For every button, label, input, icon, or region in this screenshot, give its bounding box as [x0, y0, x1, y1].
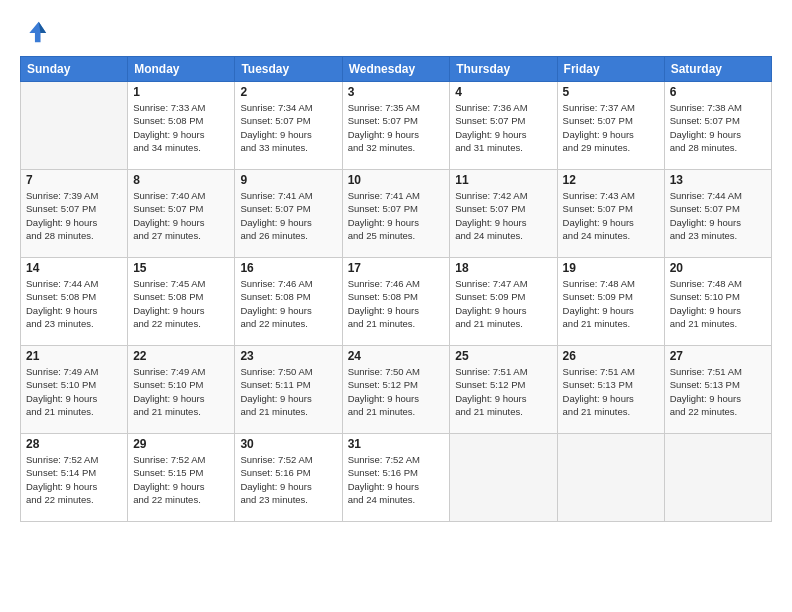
day-detail: Sunrise: 7:46 AM Sunset: 5:08 PM Dayligh… [240, 277, 336, 330]
calendar-cell: 27Sunrise: 7:51 AM Sunset: 5:13 PM Dayli… [664, 346, 771, 434]
col-header-tuesday: Tuesday [235, 57, 342, 82]
day-number: 25 [455, 349, 551, 363]
day-detail: Sunrise: 7:52 AM Sunset: 5:15 PM Dayligh… [133, 453, 229, 506]
day-number: 14 [26, 261, 122, 275]
day-detail: Sunrise: 7:52 AM Sunset: 5:14 PM Dayligh… [26, 453, 122, 506]
day-number: 17 [348, 261, 445, 275]
calendar-cell: 8Sunrise: 7:40 AM Sunset: 5:07 PM Daylig… [128, 170, 235, 258]
calendar-cell: 16Sunrise: 7:46 AM Sunset: 5:08 PM Dayli… [235, 258, 342, 346]
col-header-sunday: Sunday [21, 57, 128, 82]
day-number: 18 [455, 261, 551, 275]
day-detail: Sunrise: 7:39 AM Sunset: 5:07 PM Dayligh… [26, 189, 122, 242]
day-number: 23 [240, 349, 336, 363]
day-number: 27 [670, 349, 766, 363]
day-number: 11 [455, 173, 551, 187]
day-number: 20 [670, 261, 766, 275]
day-number: 29 [133, 437, 229, 451]
day-number: 15 [133, 261, 229, 275]
day-detail: Sunrise: 7:44 AM Sunset: 5:07 PM Dayligh… [670, 189, 766, 242]
week-row-2: 14Sunrise: 7:44 AM Sunset: 5:08 PM Dayli… [21, 258, 772, 346]
calendar-cell [557, 434, 664, 522]
day-number: 6 [670, 85, 766, 99]
day-detail: Sunrise: 7:45 AM Sunset: 5:08 PM Dayligh… [133, 277, 229, 330]
day-detail: Sunrise: 7:35 AM Sunset: 5:07 PM Dayligh… [348, 101, 445, 154]
calendar-cell: 23Sunrise: 7:50 AM Sunset: 5:11 PM Dayli… [235, 346, 342, 434]
day-detail: Sunrise: 7:37 AM Sunset: 5:07 PM Dayligh… [563, 101, 659, 154]
calendar-cell: 24Sunrise: 7:50 AM Sunset: 5:12 PM Dayli… [342, 346, 450, 434]
calendar-cell: 26Sunrise: 7:51 AM Sunset: 5:13 PM Dayli… [557, 346, 664, 434]
day-detail: Sunrise: 7:38 AM Sunset: 5:07 PM Dayligh… [670, 101, 766, 154]
day-detail: Sunrise: 7:34 AM Sunset: 5:07 PM Dayligh… [240, 101, 336, 154]
calendar-cell: 10Sunrise: 7:41 AM Sunset: 5:07 PM Dayli… [342, 170, 450, 258]
calendar-cell [664, 434, 771, 522]
calendar-cell: 18Sunrise: 7:47 AM Sunset: 5:09 PM Dayli… [450, 258, 557, 346]
day-number: 10 [348, 173, 445, 187]
day-detail: Sunrise: 7:52 AM Sunset: 5:16 PM Dayligh… [240, 453, 336, 506]
calendar-header-row: SundayMondayTuesdayWednesdayThursdayFrid… [21, 57, 772, 82]
day-number: 16 [240, 261, 336, 275]
day-number: 5 [563, 85, 659, 99]
calendar-cell: 31Sunrise: 7:52 AM Sunset: 5:16 PM Dayli… [342, 434, 450, 522]
day-number: 7 [26, 173, 122, 187]
calendar-cell: 11Sunrise: 7:42 AM Sunset: 5:07 PM Dayli… [450, 170, 557, 258]
day-detail: Sunrise: 7:47 AM Sunset: 5:09 PM Dayligh… [455, 277, 551, 330]
day-number: 28 [26, 437, 122, 451]
calendar-cell: 15Sunrise: 7:45 AM Sunset: 5:08 PM Dayli… [128, 258, 235, 346]
calendar-cell: 21Sunrise: 7:49 AM Sunset: 5:10 PM Dayli… [21, 346, 128, 434]
day-detail: Sunrise: 7:49 AM Sunset: 5:10 PM Dayligh… [133, 365, 229, 418]
col-header-thursday: Thursday [450, 57, 557, 82]
day-number: 19 [563, 261, 659, 275]
logo [20, 18, 52, 46]
day-detail: Sunrise: 7:42 AM Sunset: 5:07 PM Dayligh… [455, 189, 551, 242]
day-detail: Sunrise: 7:51 AM Sunset: 5:13 PM Dayligh… [670, 365, 766, 418]
day-number: 12 [563, 173, 659, 187]
header [20, 18, 772, 46]
col-header-wednesday: Wednesday [342, 57, 450, 82]
page: SundayMondayTuesdayWednesdayThursdayFrid… [0, 0, 792, 612]
day-number: 3 [348, 85, 445, 99]
day-detail: Sunrise: 7:49 AM Sunset: 5:10 PM Dayligh… [26, 365, 122, 418]
col-header-monday: Monday [128, 57, 235, 82]
calendar-cell: 4Sunrise: 7:36 AM Sunset: 5:07 PM Daylig… [450, 82, 557, 170]
day-detail: Sunrise: 7:41 AM Sunset: 5:07 PM Dayligh… [348, 189, 445, 242]
day-number: 26 [563, 349, 659, 363]
day-detail: Sunrise: 7:33 AM Sunset: 5:08 PM Dayligh… [133, 101, 229, 154]
calendar-cell: 20Sunrise: 7:48 AM Sunset: 5:10 PM Dayli… [664, 258, 771, 346]
calendar-cell: 2Sunrise: 7:34 AM Sunset: 5:07 PM Daylig… [235, 82, 342, 170]
col-header-friday: Friday [557, 57, 664, 82]
day-detail: Sunrise: 7:51 AM Sunset: 5:12 PM Dayligh… [455, 365, 551, 418]
day-number: 8 [133, 173, 229, 187]
calendar-cell: 28Sunrise: 7:52 AM Sunset: 5:14 PM Dayli… [21, 434, 128, 522]
logo-icon [20, 18, 48, 46]
day-detail: Sunrise: 7:46 AM Sunset: 5:08 PM Dayligh… [348, 277, 445, 330]
calendar-cell: 6Sunrise: 7:38 AM Sunset: 5:07 PM Daylig… [664, 82, 771, 170]
day-detail: Sunrise: 7:44 AM Sunset: 5:08 PM Dayligh… [26, 277, 122, 330]
day-number: 1 [133, 85, 229, 99]
day-detail: Sunrise: 7:48 AM Sunset: 5:09 PM Dayligh… [563, 277, 659, 330]
week-row-3: 21Sunrise: 7:49 AM Sunset: 5:10 PM Dayli… [21, 346, 772, 434]
day-detail: Sunrise: 7:43 AM Sunset: 5:07 PM Dayligh… [563, 189, 659, 242]
calendar-cell: 5Sunrise: 7:37 AM Sunset: 5:07 PM Daylig… [557, 82, 664, 170]
day-detail: Sunrise: 7:48 AM Sunset: 5:10 PM Dayligh… [670, 277, 766, 330]
day-detail: Sunrise: 7:50 AM Sunset: 5:12 PM Dayligh… [348, 365, 445, 418]
calendar-cell [450, 434, 557, 522]
week-row-1: 7Sunrise: 7:39 AM Sunset: 5:07 PM Daylig… [21, 170, 772, 258]
day-number: 31 [348, 437, 445, 451]
calendar-cell: 14Sunrise: 7:44 AM Sunset: 5:08 PM Dayli… [21, 258, 128, 346]
calendar-cell: 13Sunrise: 7:44 AM Sunset: 5:07 PM Dayli… [664, 170, 771, 258]
day-detail: Sunrise: 7:52 AM Sunset: 5:16 PM Dayligh… [348, 453, 445, 506]
week-row-4: 28Sunrise: 7:52 AM Sunset: 5:14 PM Dayli… [21, 434, 772, 522]
day-number: 9 [240, 173, 336, 187]
calendar-cell: 3Sunrise: 7:35 AM Sunset: 5:07 PM Daylig… [342, 82, 450, 170]
day-detail: Sunrise: 7:50 AM Sunset: 5:11 PM Dayligh… [240, 365, 336, 418]
calendar-cell: 1Sunrise: 7:33 AM Sunset: 5:08 PM Daylig… [128, 82, 235, 170]
calendar-cell: 19Sunrise: 7:48 AM Sunset: 5:09 PM Dayli… [557, 258, 664, 346]
week-row-0: 1Sunrise: 7:33 AM Sunset: 5:08 PM Daylig… [21, 82, 772, 170]
calendar-cell [21, 82, 128, 170]
day-number: 13 [670, 173, 766, 187]
calendar-cell: 29Sunrise: 7:52 AM Sunset: 5:15 PM Dayli… [128, 434, 235, 522]
col-header-saturday: Saturday [664, 57, 771, 82]
day-number: 4 [455, 85, 551, 99]
calendar-cell: 12Sunrise: 7:43 AM Sunset: 5:07 PM Dayli… [557, 170, 664, 258]
day-number: 24 [348, 349, 445, 363]
